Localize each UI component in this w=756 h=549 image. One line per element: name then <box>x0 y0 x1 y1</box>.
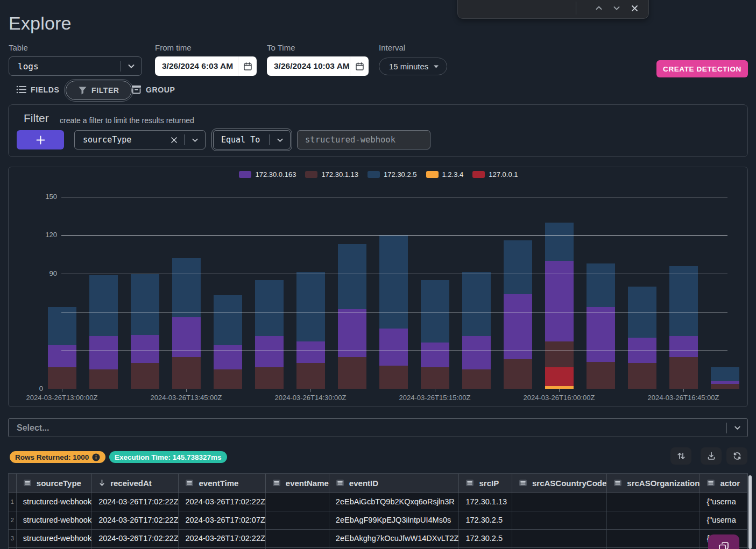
column-icon <box>465 479 474 487</box>
gridline <box>61 197 727 197</box>
find-close-button[interactable] <box>627 2 641 15</box>
execution-time-badge: Execution Time: 145.738327ms <box>109 451 227 463</box>
funnel-icon <box>78 86 87 95</box>
column-header-receivedAt[interactable]: receivedAt <box>92 474 179 493</box>
column-header-srcASOrganization[interactable]: srcASOrganization <box>607 474 700 493</box>
group-button[interactable]: GROUP <box>131 85 175 94</box>
close-icon <box>631 4 639 12</box>
table-row[interactable]: 2structured-webhook2024-03-26T17:02:22Z2… <box>9 511 747 529</box>
create-detection-button[interactable]: CREATE DETECTION <box>656 60 748 77</box>
bar-segment-172.30.1.13 <box>172 357 201 389</box>
find-previous-button[interactable] <box>592 2 606 15</box>
sort-rows-button[interactable] <box>670 447 691 465</box>
bar-segment-172.30.2.5 <box>214 295 242 345</box>
table-scrollbar[interactable] <box>748 475 752 549</box>
x-axis-label: 2024-03-26T14:30:00Z <box>251 394 370 402</box>
table-row[interactable]: 3structured-webhook2024-03-26T17:02:22Z2… <box>9 529 747 547</box>
y-axis-label: 120 <box>30 231 57 239</box>
add-filter-button[interactable] <box>17 130 64 149</box>
bar-segment-172.30.1.13 <box>504 359 532 389</box>
fields-button[interactable]: FIELDS <box>16 85 59 94</box>
cell-srcIP: 172.30.2.5 <box>459 511 512 529</box>
chart-bar <box>131 274 159 389</box>
cell-eventID: 2eEbAiGcbTQ9b2KQxq6oRsjln3R <box>329 493 459 511</box>
interval-select[interactable]: 15 minutes <box>379 58 447 75</box>
find-next-button[interactable] <box>610 2 624 15</box>
column-header-sourceType[interactable]: sourceType <box>16 474 91 493</box>
cell-actor: {"userna <box>700 493 747 511</box>
column-header-label: srcASOrganization <box>627 479 700 488</box>
filter-operator-value: Equal To <box>214 135 269 145</box>
cell-receivedAt: 2024-03-26T17:02:22Z <box>92 511 179 529</box>
x-axis-tick <box>683 389 684 392</box>
bar-segment-172.30.0.163 <box>48 345 76 367</box>
calendar-icon[interactable] <box>238 62 257 71</box>
from-time-input[interactable]: 3/26/2024 6:03 AM <box>155 56 257 76</box>
x-axis-label: 2024-03-26T13:00:00Z <box>3 394 121 402</box>
y-axis-label: 90 <box>30 269 57 277</box>
calendar-icon[interactable] <box>350 62 369 71</box>
chart-plot-area: 1501209002024-03-26T13:00:00Z2024-03-26T… <box>9 167 748 408</box>
column-icon <box>613 479 622 487</box>
column-select[interactable]: Select... <box>8 418 748 437</box>
info-icon[interactable] <box>92 453 100 461</box>
expand-view-button[interactable] <box>708 534 739 549</box>
column-header-eventID[interactable]: eventID <box>329 474 459 493</box>
bar-segment-172.30.2.5 <box>421 280 449 343</box>
bar-segment-172.30.1.13 <box>379 366 408 389</box>
cell-eventID: 2eEbAgF99KpEJQ3ilntpUI4Ms0s <box>329 511 459 529</box>
download-results-button[interactable] <box>701 447 722 465</box>
bar-segment-172.30.1.13 <box>587 362 615 389</box>
bar-segment-172.30.2.5 <box>172 258 201 317</box>
filter-button[interactable]: FILTER <box>66 81 132 100</box>
bar-segment-172.30.0.163 <box>379 329 408 366</box>
chart-bar <box>255 280 284 389</box>
filter-value-input[interactable] <box>297 130 430 149</box>
bar-segment-172.30.2.5 <box>669 266 698 337</box>
refresh-icon <box>732 451 742 461</box>
group-button-label: GROUP <box>146 85 175 94</box>
chart-bar <box>587 263 615 389</box>
chevron-down-icon <box>612 4 621 12</box>
bar-segment-127.0.0.1 <box>545 367 574 387</box>
interval-label: Interval <box>379 43 405 52</box>
bar-segment-172.30.2.5 <box>338 244 366 309</box>
chevron-down-icon <box>727 424 747 432</box>
bar-segment-172.30.0.163 <box>296 341 325 363</box>
filter-field-select[interactable]: sourceType <box>74 130 206 149</box>
cell-actor: {"userna <box>700 511 747 529</box>
column-header-srcASCountryCode[interactable]: srcASCountryCode <box>512 474 606 493</box>
column-header-actor[interactable]: actor <box>700 474 747 493</box>
column-header-eventName[interactable]: eventName <box>265 474 329 493</box>
bar-segment-172.30.2.5 <box>379 236 408 329</box>
bar-segment-172.30.1.13 <box>628 363 656 389</box>
cell-srcASCountryCode <box>512 529 606 547</box>
chart-bar <box>214 295 242 389</box>
chart-bar <box>628 287 656 389</box>
bar-segment-172.30.2.5 <box>504 240 532 294</box>
bar-segment-172.30.1.13 <box>421 367 449 389</box>
chart-bar <box>172 258 201 389</box>
bar-segment-172.30.1.13 <box>462 369 491 389</box>
x-axis-tick <box>186 389 187 392</box>
filter-button-label: FILTER <box>91 86 119 95</box>
bar-segment-172.30.2.5 <box>131 274 159 335</box>
bar-segment-172.30.0.163 <box>545 261 574 341</box>
column-header-eventTime[interactable]: eventTime <box>179 474 265 493</box>
column-header-label: actor <box>720 479 740 488</box>
chart-bar <box>462 272 491 389</box>
bar-segment-172.30.2.5 <box>255 280 284 337</box>
to-time-input[interactable]: 3/26/2024 10:03 AM <box>267 56 369 76</box>
x-axis-label: 2024-03-26T16:45:00Z <box>624 394 743 402</box>
table-select[interactable]: logs <box>9 56 142 76</box>
cell-srcASCountryCode <box>512 511 606 529</box>
interval-value: 15 minutes <box>389 62 428 71</box>
cell-srcIP: 172.30.2.5 <box>459 529 512 547</box>
column-header-srcIP[interactable]: srcIP <box>459 474 512 493</box>
gridline <box>61 351 727 351</box>
refresh-button[interactable] <box>726 447 747 465</box>
filter-operator-select[interactable]: Equal To <box>213 130 291 149</box>
table-row[interactable]: 1structured-webhook2024-03-26T17:02:22Z2… <box>9 493 747 511</box>
clear-field-icon[interactable] <box>165 137 184 144</box>
column-header-label: eventID <box>349 479 378 488</box>
